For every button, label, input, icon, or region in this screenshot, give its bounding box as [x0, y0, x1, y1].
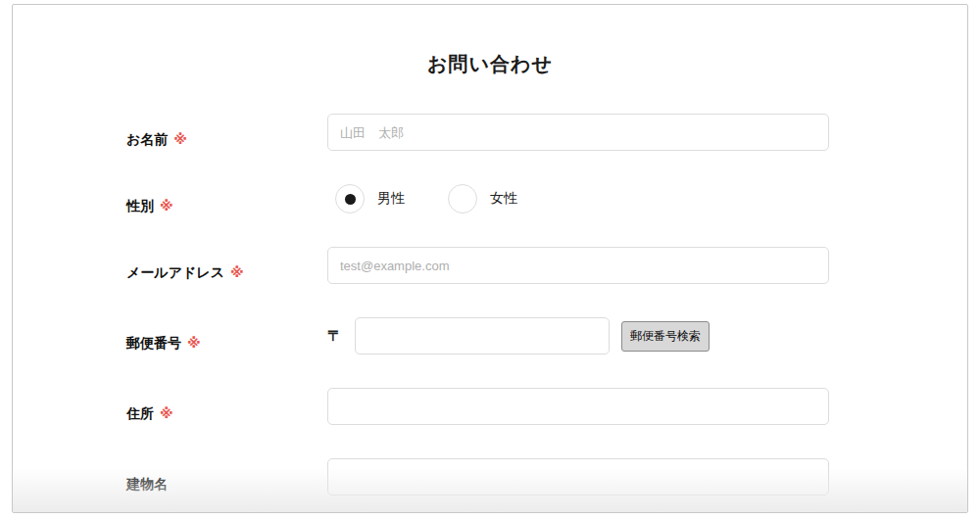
gender-option-label-female[interactable]: 女性 [490, 190, 517, 208]
required-mark: ※ [160, 405, 173, 421]
gender-option-female[interactable]: 女性 [440, 184, 517, 213]
form-row-gender: 性別※ 男性 女性 [13, 184, 967, 213]
name-input[interactable] [327, 114, 829, 151]
name-label: お名前※ [126, 131, 327, 149]
gender-option-label-male[interactable]: 男性 [377, 190, 405, 208]
building-input[interactable] [327, 458, 829, 496]
address-label: 住所※ [126, 405, 327, 423]
form-row-email: メールアドレス※ [13, 247, 967, 284]
form-row-name: お名前※ [13, 114, 967, 151]
email-input[interactable] [327, 247, 829, 284]
building-label: 建物名 [126, 476, 327, 494]
gender-radio-female[interactable] [448, 184, 477, 213]
postal-label: 郵便番号※ [126, 335, 327, 353]
gender-label: 性別※ [126, 198, 327, 215]
postal-search-button[interactable]: 郵便番号検索 [621, 321, 710, 352]
postal-code-input[interactable] [355, 317, 610, 355]
form-row-address: 住所※ [13, 388, 967, 425]
required-mark: ※ [187, 335, 201, 351]
contact-form: お名前※ 性別※ 男性 女性 [13, 114, 967, 496]
contact-form-card: お問い合わせ お名前※ 性別※ 男性 [12, 4, 968, 513]
address-input[interactable] [327, 388, 829, 425]
gender-radio-group: 男性 女性 [327, 184, 517, 213]
required-mark: ※ [173, 131, 187, 147]
form-row-building: 建物名 [13, 458, 967, 496]
form-row-postal: 郵便番号※ 〒 郵便番号検索 [13, 317, 967, 355]
gender-radio-male[interactable] [335, 184, 365, 213]
postal-group: 〒 郵便番号検索 [327, 317, 710, 355]
page-title: お問い合わせ [13, 50, 967, 77]
gender-option-male[interactable]: 男性 [327, 184, 405, 213]
postal-prefix-mark: 〒 [327, 327, 342, 346]
required-mark: ※ [230, 264, 244, 280]
email-label: メールアドレス※ [126, 264, 327, 282]
required-mark: ※ [160, 198, 173, 213]
radio-dot [345, 194, 356, 205]
